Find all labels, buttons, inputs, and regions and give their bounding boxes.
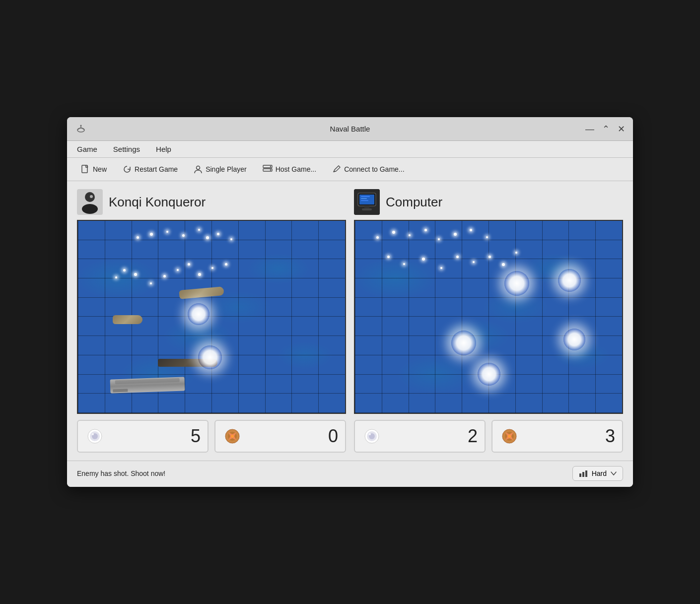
player2-header: Computer — [354, 189, 623, 215]
single-player-button[interactable]: Single Player — [188, 162, 253, 177]
new-button[interactable]: New — [75, 162, 113, 177]
svg-point-7 — [270, 170, 271, 171]
player1-scores: 5 0 — [77, 420, 346, 453]
svg-rect-24 — [361, 196, 370, 197]
svg-rect-36 — [585, 470, 587, 477]
ship-small1 — [113, 315, 142, 324]
player1-name: Konqi Konqueror — [109, 195, 206, 210]
svg-rect-26 — [361, 200, 368, 201]
player2-hit-value: 3 — [605, 426, 615, 447]
status-message: Enemy has shot. Shoot now! — [77, 470, 165, 477]
svg-point-6 — [270, 166, 271, 167]
player1-section: Konqi Konqueror — [77, 189, 346, 452]
player1-avatar — [77, 189, 103, 215]
maximize-button[interactable]: ⌃ — [602, 125, 610, 134]
menu-help[interactable]: Help — [154, 144, 173, 154]
title-bar: Naval Battle — ⌃ ✕ — [67, 117, 633, 141]
player1-miss-box: 5 — [77, 420, 209, 453]
connect-game-button[interactable]: Connect to Game... — [326, 162, 410, 177]
menu-game[interactable]: Game — [75, 144, 99, 154]
app-icon — [75, 123, 87, 135]
player2-miss-value: 2 — [468, 426, 478, 447]
hit-icon2 — [499, 426, 519, 446]
svg-rect-35 — [582, 472, 584, 477]
new-doc-icon — [81, 165, 90, 174]
player2-hit-box: 3 — [491, 420, 623, 453]
content-area: Konqi Konqueror — [67, 181, 633, 460]
miss-icon1 — [85, 426, 105, 446]
svg-rect-2 — [82, 165, 87, 173]
difficulty-chart-icon — [579, 470, 588, 477]
player2-name: Computer — [386, 195, 442, 210]
person-icon — [194, 165, 203, 174]
svg-point-33 — [508, 435, 511, 438]
minimize-button[interactable]: — — [585, 125, 594, 134]
player1-grid-container[interactable] — [77, 220, 346, 413]
svg-rect-34 — [579, 473, 581, 477]
svg-point-9 — [85, 192, 95, 202]
player2-section: Computer — [354, 189, 623, 452]
svg-point-30 — [369, 433, 371, 435]
player2-miss-box: 2 — [354, 420, 486, 453]
svg-point-11 — [90, 195, 93, 198]
difficulty-value: Hard — [592, 470, 607, 477]
svg-point-18 — [231, 435, 234, 438]
player1-header: Konqi Konqueror — [77, 189, 346, 215]
players-row: Konqi Konqueror — [77, 189, 623, 452]
svg-point-1 — [80, 125, 82, 126]
restart-icon — [123, 165, 132, 174]
restart-button[interactable]: Restart Game — [117, 162, 184, 177]
close-button[interactable]: ✕ — [618, 125, 625, 134]
chevron-down-icon — [611, 471, 617, 475]
player2-grid[interactable] — [354, 220, 623, 413]
pencil-icon — [332, 165, 341, 174]
toolbar: New Restart Game Single Player Host Ga — [67, 158, 633, 181]
menu-settings[interactable]: Settings — [111, 144, 142, 154]
player2-grid-container[interactable] — [354, 220, 623, 413]
player2-avatar — [354, 189, 380, 215]
miss-icon2 — [362, 426, 382, 446]
player2-scores: 2 3 — [354, 420, 623, 453]
ship-large1 — [158, 359, 217, 367]
ship-carrier1 — [110, 377, 185, 393]
host-game-button[interactable]: Host Game... — [257, 162, 322, 177]
window-controls: — ⌃ ✕ — [585, 125, 625, 134]
player1-hit-value: 0 — [328, 426, 338, 447]
svg-point-3 — [197, 166, 200, 170]
hit-icon1 — [222, 426, 242, 446]
status-bar: Enemy has shot. Shoot now! Hard — [67, 461, 633, 487]
app-window: Naval Battle — ⌃ ✕ Game Settings Help Ne… — [67, 117, 633, 486]
svg-rect-25 — [361, 198, 367, 199]
player1-hit-box: 0 — [214, 420, 346, 453]
server-icon — [263, 165, 273, 174]
player1-grid[interactable] — [77, 220, 346, 413]
svg-point-15 — [92, 433, 94, 435]
svg-rect-23 — [362, 208, 372, 210]
menubar: Game Settings Help — [67, 141, 633, 158]
difficulty-selector[interactable]: Hard — [572, 466, 623, 481]
player1-miss-value: 5 — [191, 426, 201, 447]
svg-point-10 — [82, 204, 98, 214]
window-title: Naval Battle — [330, 125, 370, 133]
